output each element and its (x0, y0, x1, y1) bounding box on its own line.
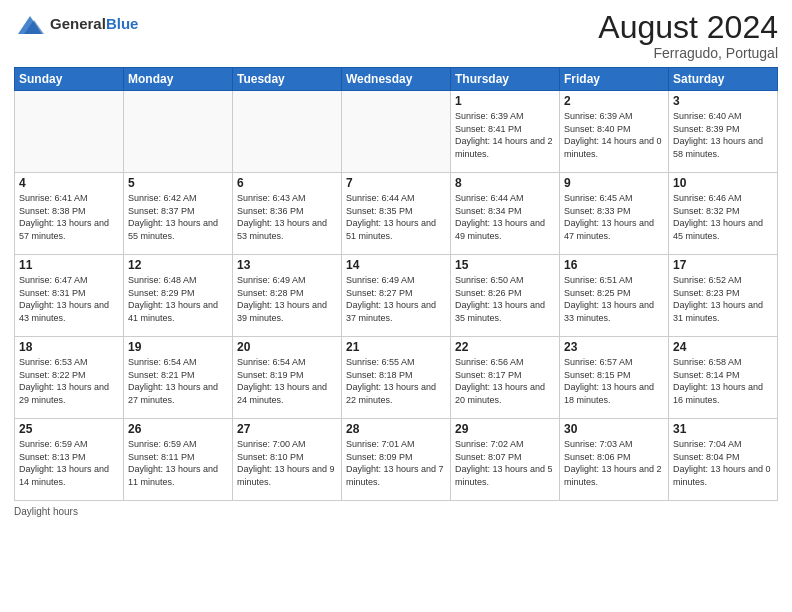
day-number: 1 (455, 94, 555, 108)
day-info: Sunrise: 6:46 AMSunset: 8:32 PMDaylight:… (673, 192, 773, 242)
day-info: Sunrise: 7:01 AMSunset: 8:09 PMDaylight:… (346, 438, 446, 488)
day-number: 12 (128, 258, 228, 272)
calendar-cell-28: 28Sunrise: 7:01 AMSunset: 8:09 PMDayligh… (342, 419, 451, 501)
logo-text: GeneralBlue (50, 16, 138, 33)
day-info: Sunrise: 6:47 AMSunset: 8:31 PMDaylight:… (19, 274, 119, 324)
weekday-header-wednesday: Wednesday (342, 68, 451, 91)
calendar-cell-empty (15, 91, 124, 173)
calendar-cell-23: 23Sunrise: 6:57 AMSunset: 8:15 PMDayligh… (560, 337, 669, 419)
day-info: Sunrise: 6:39 AMSunset: 8:41 PMDaylight:… (455, 110, 555, 160)
calendar-cell-empty (124, 91, 233, 173)
calendar-cell-2: 2Sunrise: 6:39 AMSunset: 8:40 PMDaylight… (560, 91, 669, 173)
calendar-cell-19: 19Sunrise: 6:54 AMSunset: 8:21 PMDayligh… (124, 337, 233, 419)
day-number: 7 (346, 176, 446, 190)
footer: Daylight hours (14, 506, 778, 517)
page: GeneralBlue August 2024 Ferragudo, Portu… (0, 0, 792, 612)
day-number: 16 (564, 258, 664, 272)
calendar-cell-22: 22Sunrise: 6:56 AMSunset: 8:17 PMDayligh… (451, 337, 560, 419)
day-info: Sunrise: 6:39 AMSunset: 8:40 PMDaylight:… (564, 110, 664, 160)
day-info: Sunrise: 6:41 AMSunset: 8:38 PMDaylight:… (19, 192, 119, 242)
day-info: Sunrise: 7:04 AMSunset: 8:04 PMDaylight:… (673, 438, 773, 488)
day-info: Sunrise: 6:40 AMSunset: 8:39 PMDaylight:… (673, 110, 773, 160)
calendar-cell-18: 18Sunrise: 6:53 AMSunset: 8:22 PMDayligh… (15, 337, 124, 419)
day-number: 21 (346, 340, 446, 354)
calendar-cell-8: 8Sunrise: 6:44 AMSunset: 8:34 PMDaylight… (451, 173, 560, 255)
calendar-cell-13: 13Sunrise: 6:49 AMSunset: 8:28 PMDayligh… (233, 255, 342, 337)
daylight-label: Daylight hours (14, 506, 78, 517)
month-year: August 2024 (598, 10, 778, 45)
calendar-cell-30: 30Sunrise: 7:03 AMSunset: 8:06 PMDayligh… (560, 419, 669, 501)
calendar-cell-15: 15Sunrise: 6:50 AMSunset: 8:26 PMDayligh… (451, 255, 560, 337)
day-info: Sunrise: 6:49 AMSunset: 8:28 PMDaylight:… (237, 274, 337, 324)
day-number: 11 (19, 258, 119, 272)
weekday-header-sunday: Sunday (15, 68, 124, 91)
day-number: 24 (673, 340, 773, 354)
day-number: 4 (19, 176, 119, 190)
day-info: Sunrise: 6:58 AMSunset: 8:14 PMDaylight:… (673, 356, 773, 406)
day-info: Sunrise: 6:56 AMSunset: 8:17 PMDaylight:… (455, 356, 555, 406)
calendar-cell-25: 25Sunrise: 6:59 AMSunset: 8:13 PMDayligh… (15, 419, 124, 501)
logo-icon (14, 10, 46, 38)
day-info: Sunrise: 6:57 AMSunset: 8:15 PMDaylight:… (564, 356, 664, 406)
day-info: Sunrise: 6:59 AMSunset: 8:13 PMDaylight:… (19, 438, 119, 488)
day-number: 3 (673, 94, 773, 108)
calendar-cell-9: 9Sunrise: 6:45 AMSunset: 8:33 PMDaylight… (560, 173, 669, 255)
day-info: Sunrise: 6:50 AMSunset: 8:26 PMDaylight:… (455, 274, 555, 324)
day-number: 25 (19, 422, 119, 436)
calendar-week-4: 18Sunrise: 6:53 AMSunset: 8:22 PMDayligh… (15, 337, 778, 419)
calendar-cell-17: 17Sunrise: 6:52 AMSunset: 8:23 PMDayligh… (669, 255, 778, 337)
logo-blue: Blue (106, 15, 139, 32)
day-info: Sunrise: 6:49 AMSunset: 8:27 PMDaylight:… (346, 274, 446, 324)
calendar-table: SundayMondayTuesdayWednesdayThursdayFrid… (14, 67, 778, 501)
day-number: 8 (455, 176, 555, 190)
day-info: Sunrise: 7:00 AMSunset: 8:10 PMDaylight:… (237, 438, 337, 488)
day-number: 20 (237, 340, 337, 354)
calendar-cell-6: 6Sunrise: 6:43 AMSunset: 8:36 PMDaylight… (233, 173, 342, 255)
day-number: 22 (455, 340, 555, 354)
calendar-cell-21: 21Sunrise: 6:55 AMSunset: 8:18 PMDayligh… (342, 337, 451, 419)
weekday-header-row: SundayMondayTuesdayWednesdayThursdayFrid… (15, 68, 778, 91)
day-number: 13 (237, 258, 337, 272)
location: Ferragudo, Portugal (598, 45, 778, 61)
day-number: 28 (346, 422, 446, 436)
day-number: 26 (128, 422, 228, 436)
weekday-header-monday: Monday (124, 68, 233, 91)
day-number: 6 (237, 176, 337, 190)
day-number: 2 (564, 94, 664, 108)
day-number: 10 (673, 176, 773, 190)
calendar-week-5: 25Sunrise: 6:59 AMSunset: 8:13 PMDayligh… (15, 419, 778, 501)
day-info: Sunrise: 6:59 AMSunset: 8:11 PMDaylight:… (128, 438, 228, 488)
day-info: Sunrise: 6:54 AMSunset: 8:21 PMDaylight:… (128, 356, 228, 406)
day-number: 14 (346, 258, 446, 272)
day-number: 27 (237, 422, 337, 436)
day-number: 23 (564, 340, 664, 354)
day-number: 5 (128, 176, 228, 190)
day-number: 9 (564, 176, 664, 190)
weekday-header-friday: Friday (560, 68, 669, 91)
day-number: 31 (673, 422, 773, 436)
calendar-cell-10: 10Sunrise: 6:46 AMSunset: 8:32 PMDayligh… (669, 173, 778, 255)
calendar-cell-empty (233, 91, 342, 173)
weekday-header-saturday: Saturday (669, 68, 778, 91)
day-info: Sunrise: 6:55 AMSunset: 8:18 PMDaylight:… (346, 356, 446, 406)
calendar-week-2: 4Sunrise: 6:41 AMSunset: 8:38 PMDaylight… (15, 173, 778, 255)
calendar-cell-27: 27Sunrise: 7:00 AMSunset: 8:10 PMDayligh… (233, 419, 342, 501)
day-info: Sunrise: 6:44 AMSunset: 8:35 PMDaylight:… (346, 192, 446, 242)
day-info: Sunrise: 7:02 AMSunset: 8:07 PMDaylight:… (455, 438, 555, 488)
day-number: 19 (128, 340, 228, 354)
calendar-cell-5: 5Sunrise: 6:42 AMSunset: 8:37 PMDaylight… (124, 173, 233, 255)
calendar-cell-14: 14Sunrise: 6:49 AMSunset: 8:27 PMDayligh… (342, 255, 451, 337)
day-info: Sunrise: 6:43 AMSunset: 8:36 PMDaylight:… (237, 192, 337, 242)
day-info: Sunrise: 6:54 AMSunset: 8:19 PMDaylight:… (237, 356, 337, 406)
calendar-cell-31: 31Sunrise: 7:04 AMSunset: 8:04 PMDayligh… (669, 419, 778, 501)
calendar-cell-7: 7Sunrise: 6:44 AMSunset: 8:35 PMDaylight… (342, 173, 451, 255)
day-number: 17 (673, 258, 773, 272)
logo-general: General (50, 15, 106, 32)
header: GeneralBlue August 2024 Ferragudo, Portu… (14, 10, 778, 61)
day-info: Sunrise: 6:45 AMSunset: 8:33 PMDaylight:… (564, 192, 664, 242)
calendar-cell-20: 20Sunrise: 6:54 AMSunset: 8:19 PMDayligh… (233, 337, 342, 419)
day-info: Sunrise: 6:52 AMSunset: 8:23 PMDaylight:… (673, 274, 773, 324)
calendar-week-1: 1Sunrise: 6:39 AMSunset: 8:41 PMDaylight… (15, 91, 778, 173)
calendar-cell-11: 11Sunrise: 6:47 AMSunset: 8:31 PMDayligh… (15, 255, 124, 337)
day-info: Sunrise: 7:03 AMSunset: 8:06 PMDaylight:… (564, 438, 664, 488)
